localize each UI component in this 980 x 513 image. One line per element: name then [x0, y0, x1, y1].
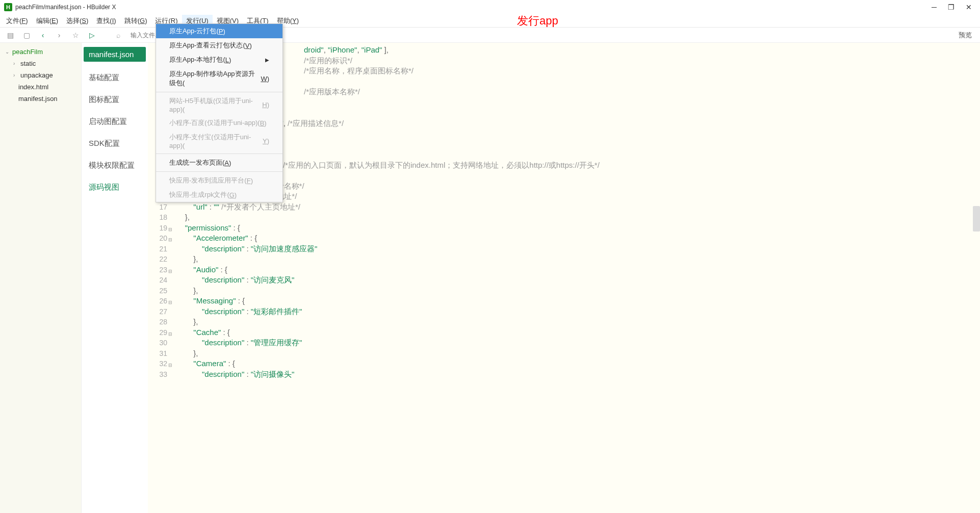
dd-item: 小程序-支付宝(仅适用于uni-app)(Y)	[156, 130, 282, 152]
menu-跳转[interactable]: 跳转(G)	[120, 15, 151, 27]
config-tab-sdk[interactable]: SDK配置	[82, 133, 148, 155]
preview-button[interactable]: 预览	[955, 31, 976, 40]
config-file-tab[interactable]: manifest.json	[84, 47, 146, 62]
dd-item: 快应用-生成rpk文件(G)	[156, 188, 282, 202]
config-tab-source[interactable]: 源码视图	[82, 176, 148, 198]
file-tree-sidebar: ⌄peachFilm ›static ›unpackage index.html…	[0, 43, 82, 513]
dd-item: 网站-H5手机版(仅适用于uni-app)(H)	[156, 94, 282, 116]
dd-item[interactable]: 原生App-制作移动App资源升级包(W)	[156, 67, 282, 90]
menu-查找[interactable]: 查找(I)	[92, 15, 120, 27]
minimize-icon[interactable]: ─	[932, 3, 937, 11]
dd-item[interactable]: 原生App-云打包(P)	[156, 24, 282, 38]
menu-separator	[156, 92, 282, 92]
maximize-icon[interactable]: ❐	[948, 3, 955, 11]
tree-folder-unpackage[interactable]: ›unpackage	[0, 69, 81, 81]
config-tab-icon[interactable]: 图标配置	[82, 89, 148, 111]
tree-item-label: index.html	[18, 83, 48, 91]
tree-file-index[interactable]: index.html	[0, 81, 81, 93]
tree-root-label: peachFilm	[12, 48, 43, 56]
tree-item-label: manifest.json	[18, 95, 58, 102]
dd-item: 小程序-百度(仅适用于uni-app)(B)	[156, 116, 282, 130]
config-tab-splash[interactable]: 启动图配置	[82, 111, 148, 133]
nav-back-icon[interactable]: ‹	[37, 29, 49, 41]
menu-separator	[156, 171, 282, 172]
run-icon[interactable]: ▷	[86, 29, 98, 41]
menu-选择[interactable]: 选择(S)	[62, 15, 92, 27]
tree-item-label: unpackage	[20, 71, 53, 79]
star-icon[interactable]: ☆	[69, 29, 82, 41]
titlebar: H peachFilm/manifest.json - HBuilder X ─…	[0, 0, 980, 14]
tree-file-manifest[interactable]: manifest.json	[0, 93, 81, 105]
close-icon[interactable]: ✕	[966, 3, 972, 11]
tree-item-label: static	[20, 60, 36, 67]
publish-menu-dropdown: 原生App-云打包(P)原生App-查看云打包状态(V)原生App-本地打包(L…	[156, 23, 283, 202]
annotation-text: 发行app	[517, 13, 558, 29]
nav-forward-icon[interactable]: ›	[53, 29, 65, 41]
config-tab-permissions[interactable]: 模块权限配置	[82, 155, 148, 176]
tree-folder-static[interactable]: ›static	[0, 58, 81, 69]
app-logo-icon: H	[4, 3, 12, 11]
menu-separator	[156, 153, 282, 154]
config-panel: manifest.json 基础配置 图标配置 启动图配置 SDK配置 模块权限…	[82, 43, 148, 513]
menu-文件[interactable]: 文件(F)	[2, 15, 32, 27]
main-area: ⌄peachFilm ›static ›unpackage index.html…	[0, 43, 980, 513]
search-icon: ⌕	[112, 29, 124, 41]
toolbar: ▤ ▢ ‹ › ☆ ▷ ⌕ 预览	[0, 28, 980, 43]
window-title: peachFilm/manifest.json - HBuilder X	[15, 4, 116, 11]
dd-item[interactable]: 原生App-本地打包(L)▶	[156, 53, 282, 67]
menu-编辑[interactable]: 编辑(E)	[32, 15, 62, 27]
dd-item: 快应用-发布到流应用平台(F)	[156, 173, 282, 188]
sidebar-toggle-icon[interactable]: ▤	[4, 29, 16, 41]
scrollbar-thumb[interactable]	[973, 206, 980, 232]
new-file-icon[interactable]: ▢	[20, 29, 33, 41]
tree-root[interactable]: ⌄peachFilm	[0, 46, 81, 58]
window-controls: ─ ❐ ✕	[932, 3, 976, 11]
menubar: 文件(F)编辑(E)选择(S)查找(I)跳转(G)运行(R)发行(U)视图(V)…	[0, 14, 980, 28]
dd-item[interactable]: 生成统一发布页面(A)	[156, 156, 282, 170]
config-tab-basic[interactable]: 基础配置	[82, 67, 148, 89]
dd-item[interactable]: 原生App-查看云打包状态(V)	[156, 38, 282, 53]
